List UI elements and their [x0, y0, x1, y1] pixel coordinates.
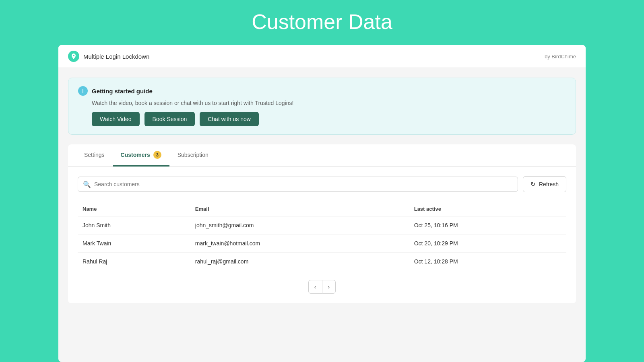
col-last-active: Last active [409, 202, 566, 216]
cell-name: John Smith [78, 216, 190, 234]
tabs-header: Settings Customers 3 Subscription [68, 144, 576, 167]
tab-customers[interactable]: Customers 3 [113, 144, 169, 167]
tab-subscription[interactable]: Subscription [169, 144, 217, 167]
table-header-row: Name Email Last active [78, 202, 566, 216]
cell-email: john_smith@gmail.com [190, 216, 409, 234]
app-name: Multiple Login Lockdown [83, 53, 149, 60]
cell-email: rahul_raj@gmail.com [190, 253, 409, 271]
cell-last-active: Oct 20, 10:29 PM [409, 234, 566, 253]
cell-last-active: Oct 25, 10:16 PM [409, 216, 566, 234]
info-icon: i [78, 86, 88, 96]
getting-started-banner: i Getting started guide Watch the video,… [68, 78, 576, 135]
next-page-button[interactable]: › [322, 280, 336, 294]
app-byline: by BirdChime [545, 53, 576, 60]
cell-name: Rahul Raj [78, 253, 190, 271]
table-row: Mark Twain mark_twain@hotmail.com Oct 20… [78, 234, 566, 253]
book-session-button[interactable]: Book Session [144, 112, 195, 126]
watch-video-button[interactable]: Watch Video [92, 112, 140, 126]
cell-email: mark_twain@hotmail.com [190, 234, 409, 253]
banner-title: Getting started guide [92, 88, 153, 95]
customers-badge: 3 [153, 151, 161, 159]
customers-tab-content: 🔍 ↻ Refresh Name Email Last active [68, 167, 576, 303]
tab-subscription-label: Subscription [178, 152, 208, 158]
customers-table: Name Email Last active John Smith john_s… [78, 202, 566, 270]
header-left: Multiple Login Lockdown [68, 51, 149, 62]
tab-settings[interactable]: Settings [76, 144, 113, 167]
search-bar-row: 🔍 ↻ Refresh [78, 176, 566, 192]
table-row: John Smith john_smith@gmail.com Oct 25, … [78, 216, 566, 234]
tab-settings-label: Settings [84, 152, 105, 158]
app-header: Multiple Login Lockdown by BirdChime [58, 45, 586, 68]
cell-name: Mark Twain [78, 234, 190, 253]
search-input[interactable] [94, 177, 513, 191]
app-body: i Getting started guide Watch the video,… [58, 68, 586, 313]
refresh-icon: ↻ [530, 181, 536, 188]
search-input-wrap: 🔍 [78, 177, 518, 192]
search-icon: 🔍 [83, 181, 91, 188]
page-title: Customer Data [0, 0, 644, 45]
tab-customers-label: Customers [121, 152, 150, 158]
col-email: Email [190, 202, 409, 216]
table-row: Rahul Raj rahul_raj@gmail.com Oct 12, 10… [78, 253, 566, 271]
refresh-label: Refresh [539, 181, 559, 187]
app-container: Multiple Login Lockdown by BirdChime i G… [58, 45, 586, 362]
banner-header: i Getting started guide [78, 86, 566, 96]
chat-now-button[interactable]: Chat with us now [200, 112, 259, 126]
banner-subtitle: Watch the video, book a session or chat … [92, 100, 566, 106]
pagination: ‹ › [78, 280, 566, 294]
banner-buttons: Watch Video Book Session Chat with us no… [92, 112, 566, 126]
app-logo-icon [68, 51, 79, 62]
cell-last-active: Oct 12, 10:28 PM [409, 253, 566, 271]
tabs-container: Settings Customers 3 Subscription 🔍 [68, 144, 576, 303]
refresh-button[interactable]: ↻ Refresh [523, 176, 566, 192]
prev-page-button[interactable]: ‹ [308, 280, 322, 294]
col-name: Name [78, 202, 190, 216]
